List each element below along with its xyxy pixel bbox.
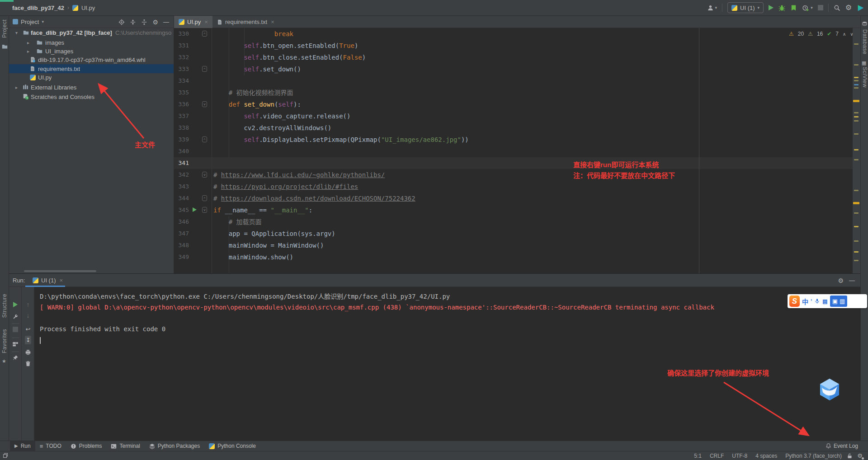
code-line-331[interactable]: 331 self.btn_open.setEnabled(True) [174,40,853,52]
code-line-344[interactable]: 344^# https://download.csdn.net/download… [174,192,853,204]
tree-item-external-libraries[interactable]: ▸External Libraries [9,83,174,92]
panel-settings-button[interactable]: ⚙ [152,19,158,25]
stripe-mark[interactable] [854,251,859,253]
status-widget-crlf[interactable]: CRLF [710,453,724,459]
tree-chevron-icon[interactable]: ▾ [15,28,18,37]
sogou-toolbox[interactable]: ▣▥ [830,296,848,307]
rerun-button[interactable] [13,302,18,307]
input-method-bar[interactable]: S 中 ʼ ▤ ▣▥ [788,294,867,308]
stripe-mark[interactable] [854,112,859,113]
code-line-343[interactable]: 343# https://pypi.org/project/dlib/#file… [174,181,853,192]
profiler-button[interactable]: ▾ [802,5,813,11]
code-editor[interactable]: 330^ break331 self.btn_open.setEnabled(T… [174,28,853,273]
down-stacktrace-button[interactable]: ↓ [27,312,30,319]
code-line-345[interactable]: 345vif __name__ == "__main__": [174,204,853,216]
ide-logo-icon[interactable] [857,4,864,12]
stripe-mark[interactable] [854,240,859,242]
close-icon[interactable]: × [204,19,208,25]
edit-configuration-button[interactable] [9,314,22,320]
tree-item-dlib-19-17-0-cp37-cp37m-win-amd64-whl[interactable]: dlib-19.17.0-cp37-cp37m-win_amd64.whl [9,55,174,64]
stripe-mark[interactable] [854,226,859,227]
fold-marker[interactable]: ^ [202,66,207,72]
code-line-333[interactable]: 333^ self.set_down() [174,63,853,75]
stripe-mark[interactable] [854,120,859,122]
tool-button-terminal[interactable]: Terminal [106,441,144,451]
tree-item-requirements-txt[interactable]: requirements.txt [9,64,174,73]
tool-button-run[interactable]: ▶Run [10,441,35,451]
fold-marker[interactable]: v [202,101,207,107]
search-everywhere-button[interactable] [834,5,840,11]
tool-button-python-console[interactable]: Python Console [204,441,260,451]
close-icon[interactable]: × [271,19,274,25]
chinese-mode-icon[interactable]: 中 [802,297,808,306]
close-icon[interactable]: × [60,277,63,284]
stripe-mark[interactable] [854,116,859,117]
fold-marker[interactable]: v [202,207,207,213]
code-line-346[interactable]: 346 # 加载页面 [174,216,853,228]
fold-marker[interactable]: v [202,172,207,178]
punctuation-icon[interactable]: ʼ [811,298,812,305]
code-line-342[interactable]: 342v# https://www.lfd.uci.edu/~gohlke/py… [174,169,853,181]
stripe-mark[interactable] [853,202,859,204]
run-console[interactable]: D:\python\conda\envs\face_torch\python.e… [34,287,860,441]
fold-marker[interactable]: ^ [202,31,207,37]
expand-collapse-button[interactable] [141,19,147,25]
restore-tool-windows-button[interactable] [3,453,9,459]
scroll-to-end-button[interactable]: ↧ [25,336,31,344]
locate-file-button[interactable] [118,19,125,25]
run-configuration-select[interactable]: UI (1) ▾ [727,2,764,13]
run-with-coverage-button[interactable] [790,5,797,11]
editor-tab-requirements-txt[interactable]: requirements.txt× [212,16,279,28]
horizontal-scrollbar[interactable] [24,270,96,272]
status-widget-utf-8[interactable]: UTF-8 [732,453,747,459]
stop-button-disabled[interactable] [13,327,18,332]
prev-problem-button[interactable]: ∧ [843,32,846,37]
stripe-mark[interactable] [854,212,859,214]
mic-icon[interactable] [814,298,820,304]
stripe-mark[interactable] [854,84,859,85]
restore-layout-button[interactable] [9,341,22,347]
code-line-341[interactable]: 341 [174,157,853,169]
chevron-down-icon[interactable]: ▾ [42,19,44,24]
tool-window-project[interactable]: Project [1,19,8,39]
tool-window-sciview[interactable]: SciView [862,67,868,89]
collapse-all-button[interactable] [130,19,136,25]
stop-button[interactable] [818,5,823,10]
stripe-mark[interactable] [854,190,859,191]
tool-window-structure[interactable]: Structure [1,294,8,319]
breadcrumb-file[interactable]: UI.py [81,5,95,11]
fold-marker[interactable]: ^ [202,195,207,201]
tool-button-python-packages[interactable]: Python Packages [145,441,204,451]
error-stripe[interactable] [853,28,860,273]
settings-button[interactable]: ⚙ [845,4,852,11]
code-line-349[interactable]: 349 mainWindow.show() [174,251,853,263]
stripe-mark[interactable] [854,87,859,89]
run-settings-button[interactable]: ⚙ [838,277,844,284]
up-stacktrace-button[interactable]: ↑ [27,301,30,308]
status-widget-python-3-7-face-torch-[interactable]: Python 3.7 (face_torch) [785,453,842,459]
tree-item-scratches-and-consoles[interactable]: Scratches and Consoles [9,92,174,101]
code-line-348[interactable]: 348 mainWindow = MainWindow() [174,239,853,251]
breadcrumb[interactable]: face_dlib_py37_42 › UI.py [12,0,95,15]
editor-tab-ui-py[interactable]: UI.py× [174,16,212,28]
code-line-337[interactable]: 337 self.video_capture.release() [174,110,853,122]
tool-window-favorites[interactable]: Favorites [1,329,8,355]
project-panel-title[interactable]: Project [21,19,39,25]
tree-item-ui-images[interactable]: ▸UI_images [9,47,174,56]
code-with-me-button[interactable]: ▾ [707,5,717,11]
project-tree[interactable]: ▾face_dlib_py37_42 [lbp_face]C:\Users\ch… [9,28,174,270]
stripe-mark[interactable] [854,149,859,150]
code-line-334[interactable]: 334 [174,75,853,87]
pin-tab-button[interactable] [9,355,22,361]
fold-marker[interactable]: ^ [202,136,207,142]
debug-button[interactable] [778,5,785,11]
code-line-339[interactable]: 339^ self.DisplayLabel.setPixmap(QPixmap… [174,134,853,146]
stripe-mark[interactable] [854,159,859,160]
stripe-mark[interactable] [854,80,859,81]
code-line-347[interactable]: 347 app = QApplication(sys.argv) [174,228,853,239]
stripe-mark[interactable] [853,100,859,102]
code-line-338[interactable]: 338 cv2.destroyAllWindows() [174,122,853,134]
stripe-mark[interactable] [854,43,859,45]
stripe-mark[interactable] [854,260,859,261]
code-line-340[interactable]: 340 [174,146,853,157]
